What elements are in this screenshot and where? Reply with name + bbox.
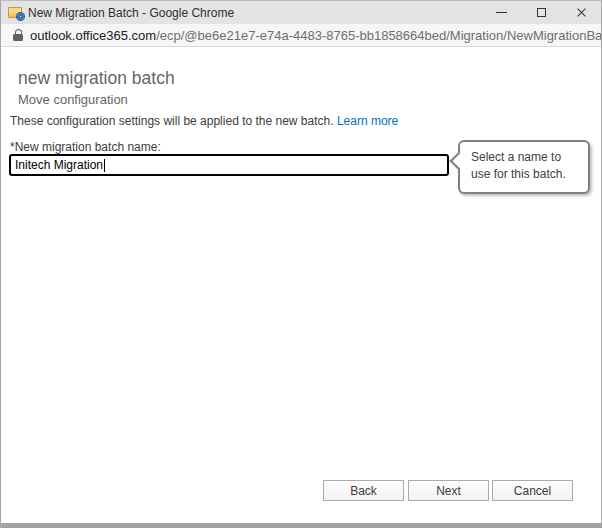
batch-name-input[interactable]: Initech Migration — [9, 154, 449, 176]
url-path: /ecp/@be6e21e7-e74a-4483-8765-bb1858664b… — [156, 28, 601, 43]
maximize-icon — [537, 8, 546, 17]
window-titlebar: New Migration Batch - Google Chrome — [1, 1, 601, 24]
minimize-button[interactable] — [481, 1, 521, 24]
tooltip-arrow — [450, 153, 467, 170]
page-subtitle: Move configuration — [18, 92, 128, 107]
batch-name-tooltip: Select a name to use for this batch. — [458, 140, 590, 194]
back-button[interactable]: Back — [323, 480, 404, 501]
close-icon — [576, 7, 587, 18]
close-button[interactable] — [561, 1, 601, 24]
window-controls — [481, 1, 601, 24]
secure-lock-icon[interactable] — [13, 29, 22, 41]
chrome-popup-window: New Migration Batch - Google Chrome outl… — [0, 0, 602, 528]
exchange-favicon-icon — [8, 7, 22, 18]
minimize-icon — [496, 12, 507, 13]
page-title: new migration batch — [18, 68, 175, 89]
next-button[interactable]: Next — [408, 480, 489, 501]
address-bar: outlook.office365.com/ecp/@be6e21e7-e74a… — [1, 24, 601, 47]
window-title: New Migration Batch - Google Chrome — [28, 6, 234, 20]
cancel-button[interactable]: Cancel — [492, 480, 573, 501]
page-content: new migration batch Move configuration T… — [1, 48, 601, 523]
url-domain: outlook.office365.com — [30, 28, 156, 43]
page-url: outlook.office365.com/ecp/@be6e21e7-e74a… — [30, 28, 601, 43]
window-bottom-edge — [1, 523, 601, 528]
description-text: These configuration settings will be app… — [10, 114, 398, 128]
text-caret — [104, 159, 105, 172]
learn-more-link[interactable]: Learn more — [337, 114, 398, 128]
maximize-button[interactable] — [521, 1, 561, 24]
batch-name-value: Initech Migration — [15, 158, 103, 172]
tooltip-text: Select a name to use for this batch. — [471, 150, 566, 181]
batch-name-label: *New migration batch name: — [10, 140, 161, 154]
